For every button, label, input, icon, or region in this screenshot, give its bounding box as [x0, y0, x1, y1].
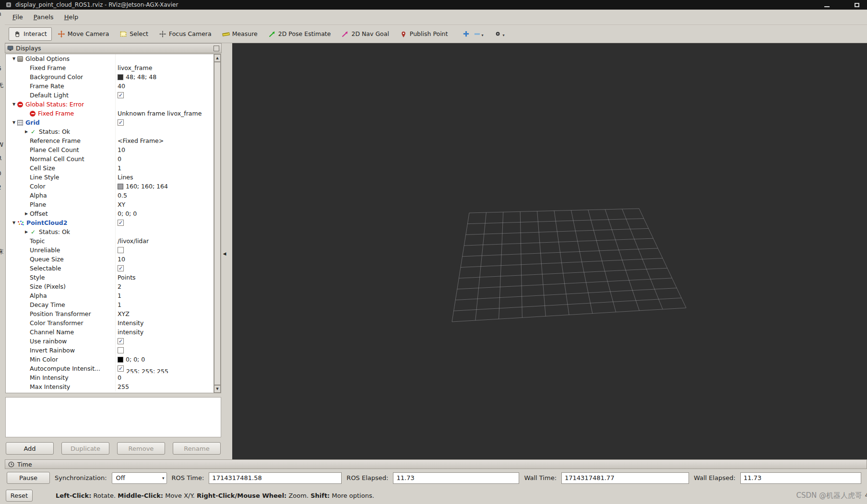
property-value-text[interactable]: Unknown frame livox_frame	[118, 110, 202, 117]
checkbox[interactable]	[118, 347, 124, 353]
tree-row[interactable]: Alpha1	[6, 291, 214, 300]
menu-panels[interactable]: Panels	[29, 11, 59, 23]
duplicate-button[interactable]: Duplicate	[61, 442, 109, 455]
checkbox[interactable]: ✓	[118, 220, 124, 226]
property-value-text[interactable]: XY	[118, 201, 125, 208]
color-swatch[interactable]	[118, 357, 123, 363]
tool-nav-goal[interactable]: 2D Nav Goal	[336, 27, 393, 41]
property-value-text[interactable]: 255; 255; 255	[126, 368, 168, 373]
tree-row[interactable]: Fixed FrameUnknown frame livox_frame	[6, 109, 214, 118]
property-value-text[interactable]: intensity	[118, 328, 143, 336]
tree-row[interactable]: Offset0; 0; 0	[6, 209, 214, 218]
synchronization-select[interactable]: Off ▾	[112, 472, 167, 484]
property-value-text[interactable]: 0; 0; 0	[118, 210, 137, 217]
tool-publish-point[interactable]: Publish Point	[395, 27, 453, 41]
tree-row[interactable]: Global Status: Error	[6, 100, 214, 109]
collapse-panel-icon[interactable]: ◀	[222, 248, 227, 259]
tool-properties-button[interactable]: ▾	[493, 28, 506, 39]
tree-row[interactable]: PointCloud2✓	[6, 218, 214, 227]
tree-row[interactable]: ✓Status: Ok	[6, 227, 214, 236]
tree-row[interactable]: Color TransformerIntensity	[6, 318, 214, 328]
checkbox[interactable]: ✓	[118, 265, 124, 271]
expander-icon[interactable]	[23, 209, 30, 218]
render-viewport[interactable]	[232, 43, 867, 459]
ros-elapsed-field[interactable]	[393, 472, 519, 484]
checkbox[interactable]: ✓	[118, 92, 124, 98]
pause-button[interactable]: Pause	[7, 472, 50, 484]
tree-row[interactable]: Min Color0; 0; 0	[6, 355, 214, 364]
property-value-text[interactable]: 10	[118, 256, 125, 263]
tree-row[interactable]: Selectable✓	[6, 264, 214, 273]
expander-icon[interactable]	[11, 54, 17, 63]
expander-icon[interactable]	[11, 118, 17, 127]
tree-row[interactable]: StylePoints	[6, 273, 214, 282]
minimize-icon[interactable]	[824, 3, 830, 7]
tree-scrollbar[interactable]: ▲ ▼	[214, 54, 221, 393]
property-value-text[interactable]: <Fixed Frame>	[118, 137, 164, 144]
tree-row[interactable]: Decay Time1	[6, 300, 214, 309]
tree-row[interactable]: Topic/livox/lidar	[6, 236, 214, 246]
tree-row[interactable]: Plane Cell Count10	[6, 145, 214, 154]
maximize-icon[interactable]	[855, 3, 859, 7]
property-value-text[interactable]: /livox/lidar	[118, 237, 149, 245]
tree-row[interactable]: Size (Pixels)2	[6, 282, 214, 291]
menu-file[interactable]: File	[8, 11, 28, 23]
property-value-text[interactable]: 0.5	[118, 192, 127, 199]
tool-focus-camera[interactable]: Focus Camera	[154, 27, 216, 41]
tree-row[interactable]: ✓Status: Ok	[6, 127, 214, 136]
ros-time-field[interactable]	[209, 472, 342, 484]
tree-row[interactable]: Normal Cell Count0	[6, 154, 214, 164]
property-value-text[interactable]: Intensity	[118, 319, 143, 327]
tree-row[interactable]: Alpha0.5	[6, 191, 214, 200]
property-value-text[interactable]: 1	[118, 301, 121, 308]
tree-row[interactable]: PlaneXY	[6, 200, 214, 209]
property-value-text[interactable]: 10	[118, 146, 125, 153]
checkbox[interactable]: ✓	[118, 338, 124, 344]
add-tool-button[interactable]	[461, 28, 471, 39]
scroll-up-icon[interactable]: ▲	[214, 54, 221, 62]
wall-time-field[interactable]	[561, 472, 689, 484]
tool-move-camera[interactable]: Move Camera	[53, 27, 114, 41]
tree-row[interactable]: Autocompute Intensit...✓255; 255; 255	[6, 364, 214, 373]
tool-interact[interactable]: Interact	[9, 27, 52, 41]
panel-undock-button[interactable]	[214, 46, 219, 51]
tree-row[interactable]: Position TransformerXYZ	[6, 309, 214, 318]
property-value-text[interactable]: 1	[118, 164, 121, 172]
expander-icon[interactable]	[11, 218, 17, 227]
rename-button[interactable]: Rename	[173, 442, 221, 455]
checkbox[interactable]: ✓	[118, 119, 124, 126]
property-value-text[interactable]: 0; 0; 0	[126, 356, 145, 363]
remove-button[interactable]: Remove	[117, 442, 165, 455]
tree-row[interactable]: Max Intensity255	[6, 382, 214, 391]
scroll-down-icon[interactable]: ▼	[214, 385, 221, 393]
tree-row[interactable]: Global Options	[6, 54, 214, 63]
tree-row[interactable]: Grid✓	[6, 118, 214, 127]
tree-row[interactable]: Color160; 160; 164	[6, 182, 214, 191]
tree-row[interactable]: Line StyleLines	[6, 173, 214, 182]
tree-row[interactable]: Default Light✓	[6, 91, 214, 100]
color-swatch[interactable]	[118, 74, 123, 80]
tool-pose-estimate[interactable]: 2D Pose Estimate	[263, 27, 336, 41]
tree-row[interactable]: Fixed Framelivox_frame	[6, 63, 214, 72]
checkbox[interactable]: ✓	[118, 365, 124, 372]
tool-select[interactable]: Select	[115, 27, 153, 41]
property-value-text[interactable]: Points	[118, 274, 136, 281]
color-swatch[interactable]	[118, 184, 123, 189]
tree-row[interactable]: Use rainbow✓	[6, 337, 214, 346]
property-value-text[interactable]: livox_frame	[118, 64, 152, 71]
tree-row[interactable]: Reference Frame<Fixed Frame>	[6, 136, 214, 145]
expander-icon[interactable]	[23, 127, 30, 136]
checkbox[interactable]	[118, 247, 124, 253]
scrollbar-thumb[interactable]	[214, 62, 221, 385]
tree-row[interactable]: Background Color48; 48; 48	[6, 72, 214, 82]
property-value-text[interactable]: Lines	[118, 174, 133, 181]
property-value-text[interactable]: 0	[118, 155, 121, 163]
tree-row[interactable]: Unreliable	[6, 246, 214, 255]
tree-row[interactable]: Channel Nameintensity	[6, 328, 214, 337]
tool-measure[interactable]: Measure	[217, 27, 262, 41]
property-value-text[interactable]: 1	[118, 292, 121, 299]
panel-splitter[interactable]: ◀	[222, 43, 232, 459]
property-value-text[interactable]: 0	[118, 374, 121, 381]
property-value-text[interactable]: 40	[118, 82, 125, 90]
tree-row[interactable]: Min Intensity0	[6, 373, 214, 382]
